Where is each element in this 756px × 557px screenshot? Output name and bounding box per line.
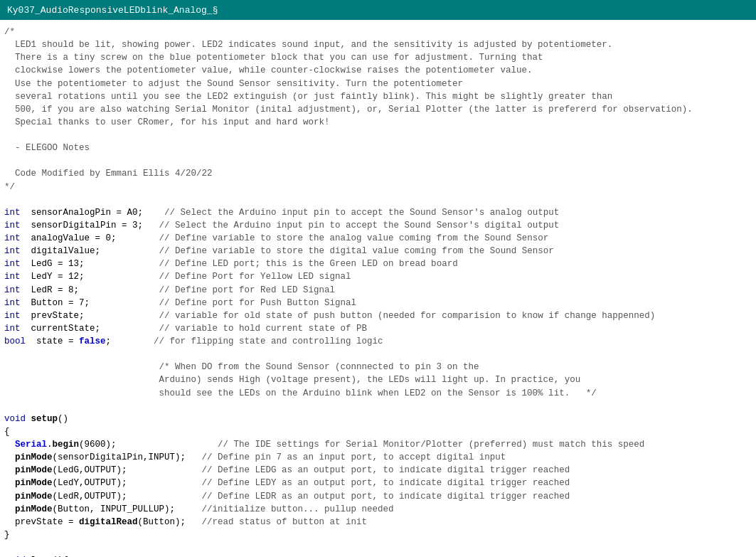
title-bar: Ky037_AudioResponsiveLEDblink_Analog_§ bbox=[0, 0, 756, 20]
code-editor[interactable]: /* LED1 should be lit, showing power. LE… bbox=[0, 20, 756, 557]
title-label: Ky037_AudioResponsiveLEDblink_Analog_§ bbox=[7, 5, 218, 16]
